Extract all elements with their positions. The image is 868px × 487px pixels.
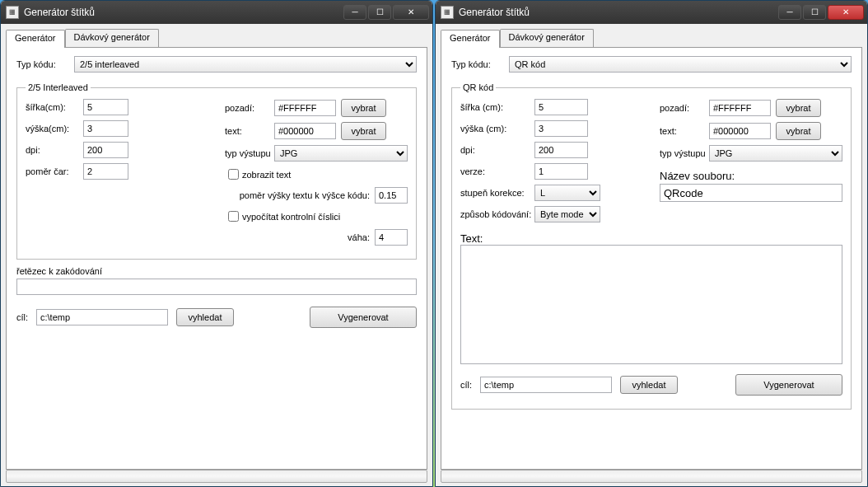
pomer-input[interactable] <box>83 163 128 180</box>
window-title: Generátor štítků <box>459 7 777 18</box>
progress-bar <box>6 470 427 483</box>
vypocitat-label: vypočítat kontrolní číslici <box>242 212 340 222</box>
cil-input[interactable] <box>36 309 168 325</box>
tabpanel: Typ kódu: QR kód QR kód šířka (cm): výšk… <box>441 47 862 470</box>
pozadi-vybrat-button[interactable]: vybrat <box>341 99 386 117</box>
zpusob-select[interactable]: Byte mode <box>534 206 600 222</box>
stupen-select[interactable]: L <box>534 185 600 201</box>
app-icon: ▦ <box>6 6 19 19</box>
pomer-vysky-label: poměr výšky textu k výšce kódu: <box>240 190 370 200</box>
textcolor-label: text: <box>225 126 274 136</box>
typ-vystupu-select[interactable]: JPG <box>709 145 842 162</box>
vyska-input[interactable] <box>83 120 128 137</box>
dpi-input[interactable] <box>534 142 588 158</box>
close-button[interactable]: ✕ <box>393 5 429 20</box>
client-area: Generátor Dávkový generátor Typ kódu: 2/… <box>1 24 432 486</box>
retezec-label: řetězec k zakódování <box>16 266 417 276</box>
app-icon: ▦ <box>441 6 454 19</box>
vaha-label: váha: <box>348 232 370 242</box>
client-area: Generátor Dávkový generátor Typ kódu: QR… <box>436 24 867 486</box>
sirka-label: šířka(cm): <box>26 102 83 112</box>
typ-kodu-label: Typ kódu: <box>16 59 74 69</box>
vygenerovat-button[interactable]: Vygenerovat <box>735 374 842 396</box>
text-vybrat-button[interactable]: vybrat <box>776 122 821 140</box>
pozadi-vybrat-button[interactable]: vybrat <box>776 99 821 117</box>
typ-kodu-select[interactable]: 2/5 interleaved <box>74 56 417 73</box>
text-area[interactable] <box>460 245 842 364</box>
vyhledat-button[interactable]: vyhledat <box>620 376 678 394</box>
vaha-input[interactable] <box>375 229 408 246</box>
verze-label: verze: <box>460 166 534 176</box>
fieldset-legend: 2/5 Interleaved <box>26 82 91 92</box>
typ-vystupu-label: typ výstupu <box>225 148 274 158</box>
pozadi-input[interactable] <box>709 100 771 116</box>
dpi-input[interactable] <box>83 142 128 158</box>
cil-input[interactable] <box>480 377 612 393</box>
titlebar[interactable]: ▦ Generátor štítků ─ ☐ ✕ <box>436 1 867 24</box>
vyhledat-button[interactable]: vyhledat <box>176 308 234 326</box>
code-settings-fieldset: 2/5 Interleaved šířka(cm): výška(cm): dp… <box>16 82 417 260</box>
nazev-label: Název souboru: <box>660 170 842 182</box>
minimize-button[interactable]: ─ <box>778 5 801 20</box>
tab-generator[interactable]: Generátor <box>6 30 65 48</box>
left-window: ▦ Generátor štítků ─ ☐ ✕ Generátor Dávko… <box>0 0 433 487</box>
tabstrip: Generátor Dávkový generátor <box>441 29 862 47</box>
typ-vystupu-select[interactable]: JPG <box>274 145 408 162</box>
tab-generator[interactable]: Generátor <box>441 30 500 48</box>
typ-kodu-label: Typ kódu: <box>451 59 509 69</box>
titlebar[interactable]: ▦ Generátor štítků ─ ☐ ✕ <box>1 1 432 24</box>
close-button[interactable]: ✕ <box>828 5 864 20</box>
textcolor-label: text: <box>660 126 709 136</box>
tab-batch[interactable]: Dávkový generátor <box>500 29 594 47</box>
stupen-label: stupeň korekce: <box>460 188 534 198</box>
fieldset-legend: QR kód <box>460 82 496 92</box>
dpi-label: dpi: <box>460 145 534 155</box>
progress-bar <box>441 470 862 483</box>
sirka-label: šířka (cm): <box>460 102 534 112</box>
vyska-input[interactable] <box>534 120 588 137</box>
text-vybrat-button[interactable]: vybrat <box>341 122 386 140</box>
cil-label: cíl: <box>16 312 36 322</box>
zpusob-label: způsob kódování: <box>460 209 534 219</box>
tabstrip: Generátor Dávkový generátor <box>6 29 427 47</box>
window-title: Generátor štítků <box>24 7 342 18</box>
text-area-label: Text: <box>460 232 842 245</box>
nazev-input[interactable] <box>660 184 842 202</box>
verze-input[interactable] <box>534 163 588 180</box>
vygenerovat-button[interactable]: Vygenerovat <box>310 307 417 328</box>
typ-kodu-select[interactable]: QR kód <box>509 56 852 73</box>
code-settings-fieldset: QR kód šířka (cm): výška (cm): dpi: verz… <box>451 82 852 410</box>
sirka-input[interactable] <box>83 99 128 115</box>
pozadi-label: pozadí: <box>660 103 709 113</box>
sirka-input[interactable] <box>534 99 588 115</box>
retezec-input[interactable] <box>16 279 417 295</box>
dpi-label: dpi: <box>26 145 83 155</box>
vyska-label: výška(cm): <box>26 124 83 133</box>
minimize-button[interactable]: ─ <box>343 5 366 20</box>
textcolor-input[interactable] <box>274 123 336 139</box>
pozadi-input[interactable] <box>274 100 336 116</box>
pomer-vysky-input[interactable] <box>375 187 408 204</box>
cil-label: cíl: <box>460 380 480 390</box>
zobrazit-text-checkbox[interactable] <box>228 169 239 180</box>
vypocitat-checkbox[interactable] <box>228 211 239 222</box>
tabpanel: Typ kódu: 2/5 interleaved 2/5 Interleave… <box>6 47 427 470</box>
pozadi-label: pozadí: <box>225 103 274 113</box>
textcolor-input[interactable] <box>709 123 771 139</box>
zobrazit-text-label: zobrazit text <box>242 170 291 180</box>
right-window: ▦ Generátor štítků ─ ☐ ✕ Generátor Dávko… <box>435 0 868 487</box>
pomer-label: poměr čar: <box>26 166 83 176</box>
typ-vystupu-label: typ výstupu <box>660 148 709 158</box>
maximize-button[interactable]: ☐ <box>803 5 826 20</box>
tab-batch[interactable]: Dávkový generátor <box>65 29 159 47</box>
vyska-label: výška (cm): <box>460 124 534 133</box>
maximize-button[interactable]: ☐ <box>368 5 391 20</box>
